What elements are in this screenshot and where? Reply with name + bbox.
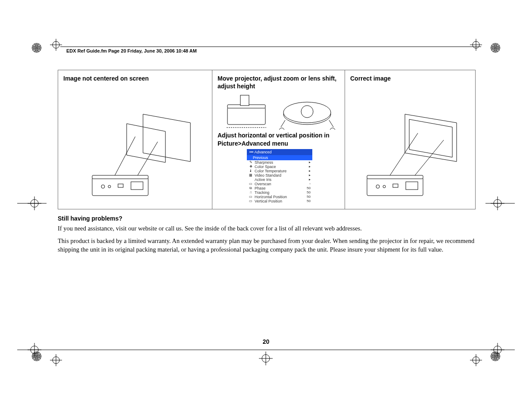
crop-marks-icon xyxy=(0,0,532,411)
